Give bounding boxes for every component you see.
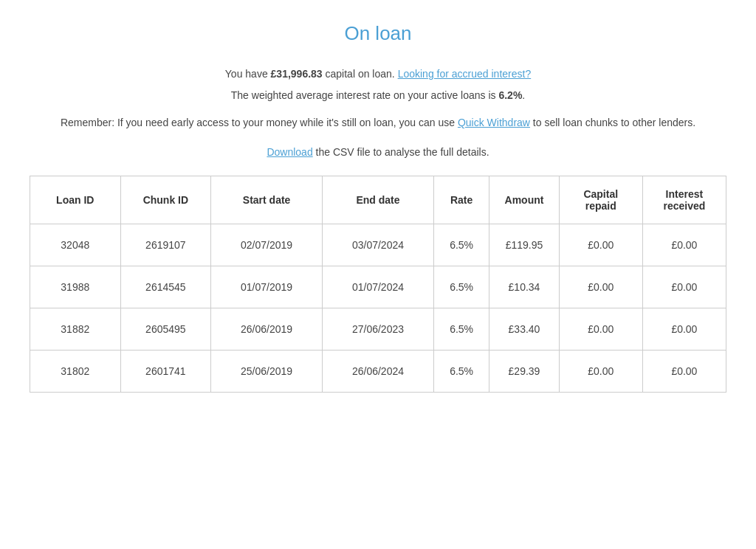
- quick-withdraw-link[interactable]: Quick Withdraw: [458, 117, 530, 128]
- weighted-rate-suffix: .: [522, 89, 525, 101]
- cell-amount: £10.34: [489, 266, 559, 308]
- col-header-interest-received: Interest received: [642, 176, 726, 224]
- download-section: Download the CSV file to analyse the ful…: [30, 146, 726, 158]
- cell-amount: £29.39: [489, 350, 559, 392]
- capital-summary-line: You have £31,996.83 capital on loan. Loo…: [30, 66, 726, 82]
- cell-start_date: 01/07/2019: [211, 266, 323, 308]
- cell-end_date: 03/07/2024: [323, 224, 434, 266]
- cell-chunk_id: 2614545: [120, 266, 211, 308]
- cell-amount: £33.40: [489, 308, 559, 350]
- cell-start_date: 26/06/2019: [211, 308, 323, 350]
- download-csv-link[interactable]: Download: [267, 146, 312, 158]
- cell-end_date: 27/06/2023: [323, 308, 434, 350]
- col-header-rate: Rate: [433, 176, 489, 224]
- loan-table: Loan ID Chunk ID Start date End date Rat…: [30, 176, 726, 393]
- cell-interest_received: £0.00: [642, 308, 726, 350]
- table-body: 32048261910702/07/201903/07/20246.5%£119…: [30, 224, 726, 392]
- reminder-text-prefix: Remember: If you need early access to yo…: [61, 117, 458, 128]
- cell-capital_repaid: £0.00: [559, 266, 642, 308]
- capital-text-prefix: You have: [225, 68, 271, 80]
- cell-end_date: 26/06/2024: [323, 350, 434, 392]
- col-header-amount: Amount: [489, 176, 559, 224]
- cell-interest_received: £0.00: [642, 350, 726, 392]
- col-header-chunk-id: Chunk ID: [120, 176, 211, 224]
- table-row: 32048261910702/07/201903/07/20246.5%£119…: [30, 224, 726, 266]
- page-title: On loan: [30, 22, 726, 45]
- col-header-end-date: End date: [323, 176, 434, 224]
- cell-loan_id: 31988: [30, 266, 121, 308]
- cell-start_date: 25/06/2019: [211, 350, 323, 392]
- col-header-start-date: Start date: [211, 176, 323, 224]
- weighted-rate-prefix: The weighted average interest rate on yo…: [231, 89, 499, 101]
- cell-chunk_id: 2601741: [120, 350, 211, 392]
- cell-loan_id: 31882: [30, 308, 121, 350]
- download-suffix: the CSV file to analyse the full details…: [313, 146, 489, 158]
- cell-start_date: 02/07/2019: [211, 224, 323, 266]
- table-header: Loan ID Chunk ID Start date End date Rat…: [30, 176, 726, 224]
- cell-capital_repaid: £0.00: [559, 350, 642, 392]
- capital-text-suffix: capital on loan.: [323, 68, 395, 80]
- summary-section: You have £31,996.83 capital on loan. Loo…: [30, 66, 726, 101]
- reminder-section: Remember: If you need early access to yo…: [30, 114, 726, 131]
- cell-chunk_id: 2619107: [120, 224, 211, 266]
- table-row: 31882260549526/06/201927/06/20236.5%£33.…: [30, 308, 726, 350]
- cell-end_date: 01/07/2024: [323, 266, 434, 308]
- cell-capital_repaid: £0.00: [559, 224, 642, 266]
- capital-amount: £31,996.83: [271, 68, 323, 80]
- weighted-rate-value: 6.2%: [498, 89, 522, 101]
- col-header-capital-repaid: Capital repaid: [559, 176, 642, 224]
- cell-loan_id: 31802: [30, 350, 121, 392]
- cell-rate: 6.5%: [433, 266, 489, 308]
- table-header-row: Loan ID Chunk ID Start date End date Rat…: [30, 176, 726, 224]
- cell-loan_id: 32048: [30, 224, 121, 266]
- cell-chunk_id: 2605495: [120, 308, 211, 350]
- col-header-loan-id: Loan ID: [30, 176, 121, 224]
- accrued-interest-link[interactable]: Looking for accrued interest?: [398, 68, 532, 80]
- cell-amount: £119.95: [489, 224, 559, 266]
- cell-rate: 6.5%: [433, 350, 489, 392]
- cell-interest_received: £0.00: [642, 266, 726, 308]
- cell-rate: 6.5%: [433, 308, 489, 350]
- cell-interest_received: £0.00: [642, 224, 726, 266]
- table-row: 31988261454501/07/201901/07/20246.5%£10.…: [30, 266, 726, 308]
- weighted-rate-line: The weighted average interest rate on yo…: [30, 89, 726, 101]
- reminder-text-suffix: to sell loan chunks to other lenders.: [530, 117, 695, 128]
- cell-capital_repaid: £0.00: [559, 308, 642, 350]
- page-container: On loan You have £31,996.83 capital on l…: [0, 0, 756, 415]
- cell-rate: 6.5%: [433, 224, 489, 266]
- table-row: 31802260174125/06/201926/06/20246.5%£29.…: [30, 350, 726, 392]
